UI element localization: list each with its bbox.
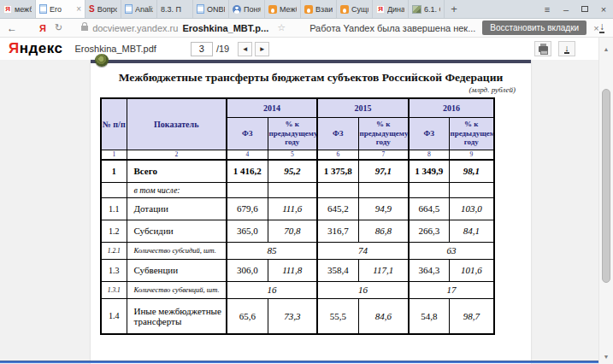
table-row-dotacii: 1.1 Дотации 679,6 111,6 645,2 94,9 664,5… [101,197,494,220]
tab-label: 8.3. П [161,5,181,14]
col-header-year-2015: 2015 [317,98,409,117]
pdf-page: Межбюджетные трансферты бюджетам субъект… [91,60,531,364]
document-viewport: Межбюджетные трансферты бюджетам субъект… [0,60,613,364]
tab-label: 6.1. С [424,5,440,14]
scroll-down-icon[interactable]: ▼ [599,350,613,362]
print-button[interactable] [534,41,551,56]
col-header-fz: ФЗ [317,117,358,150]
col-header-year-2014: 2014 [227,98,317,117]
yandex-icon: Я [3,5,12,14]
restore-icon [581,6,588,12]
tab-suschno[interactable]: Сущно [337,0,373,18]
document-icon [39,4,47,14]
page-top-rule [91,60,531,63]
url-domain[interactable]: docviewer.yandex.ru [92,23,178,33]
tab-label: ONBP_ [207,5,225,14]
tab-label: Сущно [351,5,368,14]
tab-close-icon[interactable]: × [76,5,81,14]
unit-note: (млрд. рублей) [91,85,531,94]
download-button[interactable]: ↓ [558,41,575,56]
window-controls: ≡ – × [538,0,613,18]
col-header-num: № п/п [101,98,127,150]
toolbar-actions: ↓ [534,41,575,56]
vertical-scrollbar[interactable]: ▲ ▼ [598,38,613,364]
table-row-subsidii: 1.2 Субсидии 365,0 70,8 316,7 86,8 266,3… [101,220,494,242]
fire-icon [268,5,277,14]
table-row-total: 1 Всего 1 416,2 95,2 1 375,8 97,1 1 349,… [101,160,494,182]
page-number-input[interactable] [191,42,213,56]
yandex-logo[interactable]: Яндекс [0,40,74,57]
col-header-fz: ФЗ [227,117,268,150]
table-row-other-transfers: 1.4 Иные межбюджетные трансферты 65,6 73… [101,298,494,334]
person-icon [233,5,241,14]
table-row-subvencii: 1.3 Субвенции 306,0 111,8 358,4 117,1 36… [101,259,494,281]
col-header-indicator: Показатель [127,98,227,150]
tab-onbp[interactable]: ONBP_ [193,0,229,18]
browser-window: Я межбю Ero × S Вопро Analiz_ 8.3. П ONB… [0,0,613,364]
tab-mezhb[interactable]: Межб [265,0,301,18]
document-filename: Eroshkina_MBT.pdf [74,44,156,54]
tab-label: Analiz_ [135,5,153,14]
restore-button[interactable] [575,0,594,19]
tab-dinam[interactable]: Я Динам [373,0,409,18]
tab-label: Динам [387,5,404,14]
col-header-pct: % к предыдущему году [358,117,409,150]
col-header-fz: ФЗ [409,117,449,150]
table-row-subvencii-count: 1.3.1 Количество субвенций, шт. 16 16 17 [101,281,494,298]
yandex-icon: Я [376,5,385,14]
table-row-including: в том числе: [101,182,494,197]
studopedia-icon: S [89,4,95,14]
scrollbar-thumb[interactable] [602,89,610,283]
document-icon [197,4,204,14]
fire-icon [340,5,349,14]
printer-icon [539,46,548,52]
bookmark-star-icon[interactable]: ☆ [277,22,286,33]
url-file[interactable]: Eroshkina_MBT.p... [182,23,268,33]
emblem-icon [95,54,109,67]
notification-close-icon[interactable]: × [593,23,598,33]
tab-vzaim[interactable]: Взаим [301,0,337,18]
scroll-up-icon[interactable]: ▲ [599,43,613,55]
tab-label: Понят [244,5,261,14]
tab-mezhbu[interactable]: Я межбю [0,0,36,18]
tab-vopro[interactable]: S Вопро [85,0,121,18]
crash-notification: Работа Yandex была завершена нек... Восс… [309,21,598,35]
restore-tabs-button[interactable]: Восстановить вкладки [482,21,586,35]
downloads-icon[interactable]: ↓ [599,22,604,33]
previous-page-button[interactable]: ◄ [238,42,252,56]
lock-icon [81,26,88,31]
transfers-table: № п/п Показатель 2014 2015 2016 ФЗ % к п… [100,97,495,335]
next-page-button[interactable]: ► [255,42,269,56]
page-total: /19 [216,44,229,54]
page-bottom-rule [0,361,613,363]
col-header-pct: % к предыдущему году [449,117,494,150]
tab-label: Ero [50,5,62,14]
tab-label: Межб [280,5,297,14]
tab-label: межбю [15,5,32,14]
tab-ponyat[interactable]: Понят [229,0,265,18]
notification-text: Работа Yandex была завершена нек... [309,23,475,33]
refresh-icon[interactable]: ↻ [55,22,71,33]
tab-bar: Я межбю Ero × S Вопро Analiz_ 8.3. П ONB… [0,0,613,19]
image-thumbnail-icon [412,5,421,14]
table-row-subsidii-count: 1.2.1 Количество субсидий, шт. 85 74 63 [101,242,494,259]
menu-icon[interactable]: ≡ [538,0,557,19]
download-icon: ↓ [564,44,569,54]
minimize-button[interactable]: – [557,0,575,19]
fire-icon [304,5,313,14]
docviewer-toolbar: Яндекс Eroshkina_MBT.pdf /19 ◄ ► ↓ [0,38,613,60]
tab-label: Вопро [97,5,117,14]
header-row-years: № п/п Показатель 2014 2015 2016 [101,98,494,117]
column-numbering-row: 1 2 4 5 6 7 8 9 [101,150,494,160]
back-button[interactable]: ← [0,22,24,34]
yandex-home-button[interactable]: Я [24,23,55,33]
tab-8-3[interactable]: 8.3. П [157,0,193,18]
new-tab-button[interactable]: + [445,0,463,18]
tab-label: Взаим [315,5,333,14]
col-header-pct: % к предыдущему году [268,117,317,150]
tab-6-1[interactable]: 6.1. С [409,0,445,18]
tab-analiz[interactable]: Analiz_ [121,0,157,18]
tab-eroshkina-active[interactable]: Ero × [36,0,85,18]
document-icon [125,4,133,14]
close-button[interactable]: × [594,0,613,19]
